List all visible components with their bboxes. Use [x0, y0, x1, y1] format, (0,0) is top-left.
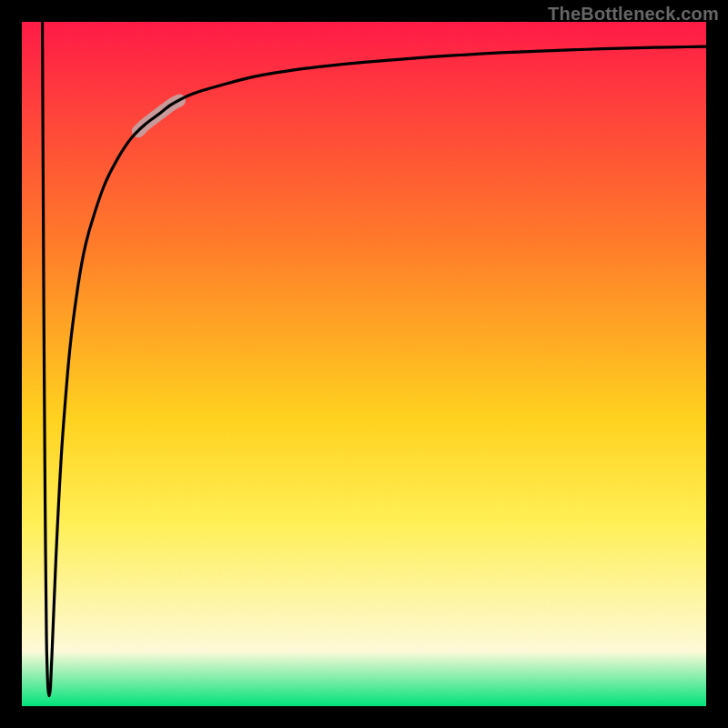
- frame-bot: [0, 706, 728, 728]
- attribution-text: TheBottleneck.com: [548, 4, 719, 25]
- frame-right: [706, 0, 728, 728]
- bottleneck-chart: [0, 0, 728, 728]
- plot-background: [22, 22, 706, 706]
- frame-left: [0, 0, 22, 728]
